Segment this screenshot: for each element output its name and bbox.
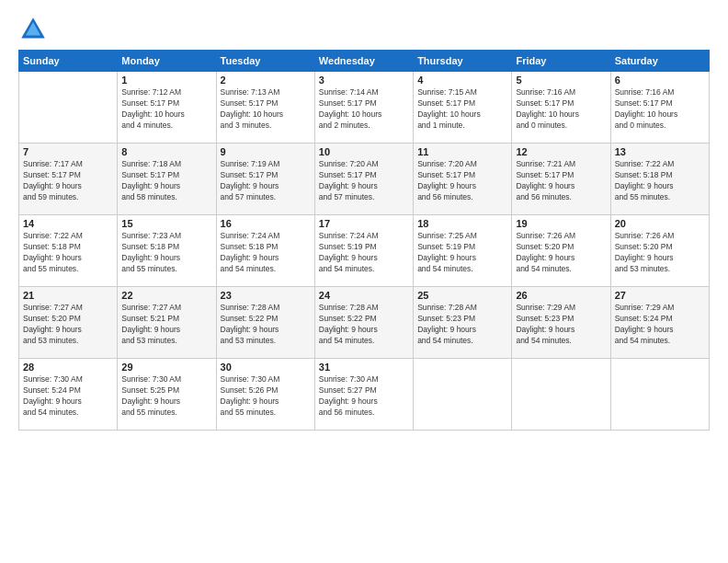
calendar-week-row: 21Sunrise: 7:27 AM Sunset: 5:20 PM Dayli… <box>19 287 710 359</box>
day-info: Sunrise: 7:16 AM Sunset: 5:17 PM Dayligh… <box>615 87 705 132</box>
calendar-cell: 23Sunrise: 7:28 AM Sunset: 5:22 PM Dayli… <box>216 287 314 359</box>
calendar-cell: 7Sunrise: 7:17 AM Sunset: 5:17 PM Daylig… <box>19 144 118 215</box>
day-info: Sunrise: 7:13 AM Sunset: 5:17 PM Dayligh… <box>221 87 311 132</box>
day-info: Sunrise: 7:29 AM Sunset: 5:23 PM Dayligh… <box>516 303 606 347</box>
calendar-cell: 16Sunrise: 7:24 AM Sunset: 5:18 PM Dayli… <box>216 215 314 287</box>
calendar-cell: 3Sunrise: 7:14 AM Sunset: 5:17 PM Daylig… <box>314 72 413 144</box>
calendar-cell: 6Sunrise: 7:16 AM Sunset: 5:17 PM Daylig… <box>610 72 709 144</box>
day-info: Sunrise: 7:26 AM Sunset: 5:20 PM Dayligh… <box>516 231 606 275</box>
day-info: Sunrise: 7:22 AM Sunset: 5:18 PM Dayligh… <box>615 159 705 203</box>
day-number: 4 <box>417 75 507 86</box>
calendar-cell: 20Sunrise: 7:26 AM Sunset: 5:20 PM Dayli… <box>610 215 709 287</box>
calendar-week-row: 1Sunrise: 7:12 AM Sunset: 5:17 PM Daylig… <box>19 72 710 144</box>
calendar-cell: 10Sunrise: 7:20 AM Sunset: 5:17 PM Dayli… <box>314 144 413 215</box>
day-info: Sunrise: 7:18 AM Sunset: 5:17 PM Dayligh… <box>121 159 211 203</box>
calendar-cell: 2Sunrise: 7:13 AM Sunset: 5:17 PM Daylig… <box>216 72 314 144</box>
day-number: 26 <box>516 290 606 301</box>
day-number: 11 <box>417 146 507 157</box>
day-info: Sunrise: 7:17 AM Sunset: 5:17 PM Dayligh… <box>23 159 113 203</box>
day-info: Sunrise: 7:14 AM Sunset: 5:17 PM Dayligh… <box>319 87 409 132</box>
day-info: Sunrise: 7:25 AM Sunset: 5:19 PM Dayligh… <box>417 231 507 275</box>
calendar-cell: 8Sunrise: 7:18 AM Sunset: 5:17 PM Daylig… <box>118 144 216 215</box>
day-info: Sunrise: 7:26 AM Sunset: 5:20 PM Dayligh… <box>615 231 705 275</box>
calendar-cell <box>19 72 118 144</box>
day-number: 18 <box>417 218 507 229</box>
day-number: 27 <box>615 290 705 301</box>
day-info: Sunrise: 7:30 AM Sunset: 5:27 PM Dayligh… <box>319 374 409 419</box>
calendar-cell: 22Sunrise: 7:27 AM Sunset: 5:21 PM Dayli… <box>118 287 216 359</box>
calendar-cell: 18Sunrise: 7:25 AM Sunset: 5:19 PM Dayli… <box>414 215 512 287</box>
day-info: Sunrise: 7:23 AM Sunset: 5:18 PM Dayligh… <box>121 231 211 275</box>
calendar-cell: 5Sunrise: 7:16 AM Sunset: 5:17 PM Daylig… <box>512 72 610 144</box>
day-info: Sunrise: 7:22 AM Sunset: 5:18 PM Dayligh… <box>23 231 113 275</box>
calendar-week-row: 7Sunrise: 7:17 AM Sunset: 5:17 PM Daylig… <box>19 144 710 215</box>
calendar-cell <box>414 359 512 431</box>
logo-icon <box>18 15 48 44</box>
day-number: 5 <box>516 75 606 86</box>
day-info: Sunrise: 7:15 AM Sunset: 5:17 PM Dayligh… <box>417 87 507 132</box>
day-number: 9 <box>221 146 311 157</box>
calendar-cell: 27Sunrise: 7:29 AM Sunset: 5:24 PM Dayli… <box>610 287 709 359</box>
day-number: 7 <box>23 146 113 157</box>
calendar: SundayMondayTuesdayWednesdayThursdayFrid… <box>18 50 710 431</box>
day-info: Sunrise: 7:30 AM Sunset: 5:26 PM Dayligh… <box>221 374 311 419</box>
day-number: 30 <box>221 362 311 373</box>
day-info: Sunrise: 7:28 AM Sunset: 5:22 PM Dayligh… <box>319 303 409 347</box>
calendar-cell: 28Sunrise: 7:30 AM Sunset: 5:24 PM Dayli… <box>19 359 118 431</box>
day-number: 2 <box>221 75 311 86</box>
day-info: Sunrise: 7:19 AM Sunset: 5:17 PM Dayligh… <box>221 159 311 203</box>
day-number: 25 <box>417 290 507 301</box>
day-info: Sunrise: 7:20 AM Sunset: 5:17 PM Dayligh… <box>319 159 409 203</box>
day-info: Sunrise: 7:27 AM Sunset: 5:21 PM Dayligh… <box>121 303 211 347</box>
calendar-col-header: Wednesday <box>314 51 413 72</box>
calendar-week-row: 28Sunrise: 7:30 AM Sunset: 5:24 PM Dayli… <box>19 359 710 431</box>
day-number: 3 <box>319 75 409 86</box>
day-number: 22 <box>121 290 211 301</box>
day-number: 23 <box>221 290 311 301</box>
calendar-cell: 31Sunrise: 7:30 AM Sunset: 5:27 PM Dayli… <box>314 359 413 431</box>
calendar-week-row: 14Sunrise: 7:22 AM Sunset: 5:18 PM Dayli… <box>19 215 710 287</box>
calendar-cell <box>610 359 709 431</box>
calendar-cell: 15Sunrise: 7:23 AM Sunset: 5:18 PM Dayli… <box>118 215 216 287</box>
calendar-cell: 12Sunrise: 7:21 AM Sunset: 5:17 PM Dayli… <box>512 144 610 215</box>
day-number: 10 <box>319 146 409 157</box>
calendar-cell: 21Sunrise: 7:27 AM Sunset: 5:20 PM Dayli… <box>19 287 118 359</box>
calendar-cell: 26Sunrise: 7:29 AM Sunset: 5:23 PM Dayli… <box>512 287 610 359</box>
header <box>18 15 710 44</box>
logo <box>18 15 53 44</box>
day-number: 8 <box>121 146 211 157</box>
day-info: Sunrise: 7:30 AM Sunset: 5:25 PM Dayligh… <box>121 374 211 419</box>
calendar-cell: 29Sunrise: 7:30 AM Sunset: 5:25 PM Dayli… <box>118 359 216 431</box>
calendar-cell: 13Sunrise: 7:22 AM Sunset: 5:18 PM Dayli… <box>610 144 709 215</box>
day-info: Sunrise: 7:27 AM Sunset: 5:20 PM Dayligh… <box>23 303 113 347</box>
calendar-cell: 4Sunrise: 7:15 AM Sunset: 5:17 PM Daylig… <box>414 72 512 144</box>
day-info: Sunrise: 7:28 AM Sunset: 5:22 PM Dayligh… <box>221 303 311 347</box>
day-info: Sunrise: 7:24 AM Sunset: 5:18 PM Dayligh… <box>221 231 311 275</box>
calendar-cell: 25Sunrise: 7:28 AM Sunset: 5:23 PM Dayli… <box>414 287 512 359</box>
calendar-cell: 19Sunrise: 7:26 AM Sunset: 5:20 PM Dayli… <box>512 215 610 287</box>
day-info: Sunrise: 7:28 AM Sunset: 5:23 PM Dayligh… <box>417 303 507 347</box>
calendar-cell: 30Sunrise: 7:30 AM Sunset: 5:26 PM Dayli… <box>216 359 314 431</box>
day-number: 28 <box>23 362 113 373</box>
day-info: Sunrise: 7:29 AM Sunset: 5:24 PM Dayligh… <box>615 303 705 347</box>
day-number: 21 <box>23 290 113 301</box>
calendar-col-header: Tuesday <box>216 51 314 72</box>
day-info: Sunrise: 7:20 AM Sunset: 5:17 PM Dayligh… <box>417 159 507 203</box>
day-number: 31 <box>319 362 409 373</box>
day-number: 17 <box>319 218 409 229</box>
calendar-col-header: Monday <box>118 51 216 72</box>
calendar-col-header: Saturday <box>610 51 709 72</box>
day-info: Sunrise: 7:24 AM Sunset: 5:19 PM Dayligh… <box>319 231 409 275</box>
day-info: Sunrise: 7:21 AM Sunset: 5:17 PM Dayligh… <box>516 159 606 203</box>
day-number: 19 <box>516 218 606 229</box>
calendar-col-header: Friday <box>512 51 610 72</box>
day-number: 20 <box>615 218 705 229</box>
page: SundayMondayTuesdayWednesdayThursdayFrid… <box>0 0 728 563</box>
day-number: 29 <box>121 362 211 373</box>
day-number: 24 <box>319 290 409 301</box>
calendar-cell <box>512 359 610 431</box>
day-info: Sunrise: 7:30 AM Sunset: 5:24 PM Dayligh… <box>23 374 113 419</box>
calendar-col-header: Thursday <box>414 51 512 72</box>
calendar-cell: 11Sunrise: 7:20 AM Sunset: 5:17 PM Dayli… <box>414 144 512 215</box>
calendar-cell: 14Sunrise: 7:22 AM Sunset: 5:18 PM Dayli… <box>19 215 118 287</box>
